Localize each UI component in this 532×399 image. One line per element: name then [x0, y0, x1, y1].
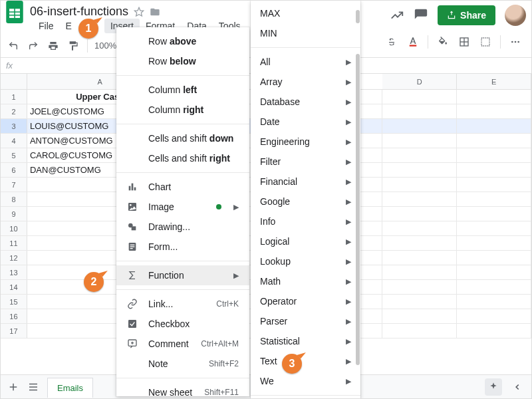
cell[interactable]: [382, 178, 457, 192]
redo-icon[interactable]: [26, 39, 41, 53]
fn-cat-lookup[interactable]: Lookup▶: [251, 251, 360, 271]
fn-cat-engineering[interactable]: Engineering▶: [251, 132, 360, 152]
fn-cat-logical[interactable]: Logical▶: [251, 231, 360, 251]
cell[interactable]: [382, 119, 457, 133]
fn-cat-info[interactable]: Info▶: [251, 211, 360, 231]
insert-chart[interactable]: Chart: [116, 177, 249, 197]
cell[interactable]: [457, 178, 531, 192]
row-header[interactable]: 10: [1, 221, 27, 235]
insert-row-below[interactable]: Row below: [116, 51, 249, 71]
cell[interactable]: [457, 324, 531, 338]
comments-icon[interactable]: [414, 8, 428, 23]
cell[interactable]: [382, 280, 457, 294]
insert-col-right[interactable]: Column right: [116, 100, 249, 120]
borders-icon[interactable]: [458, 35, 471, 49]
row-header[interactable]: 8: [1, 192, 27, 206]
undo-icon[interactable]: [6, 39, 21, 53]
cell[interactable]: [382, 236, 457, 250]
insert-link[interactable]: Link...Ctrl+K: [116, 294, 249, 314]
cell[interactable]: [382, 90, 457, 104]
trend-icon[interactable]: [390, 8, 404, 23]
insert-drawing[interactable]: Drawing...: [116, 217, 249, 237]
cell[interactable]: [382, 192, 457, 206]
cell[interactable]: [457, 148, 531, 162]
cell[interactable]: [382, 324, 457, 338]
cell[interactable]: [457, 251, 531, 265]
row-header[interactable]: 14: [1, 280, 27, 294]
fn-cat-filter[interactable]: Filter▶: [251, 152, 360, 172]
star-icon[interactable]: [134, 7, 144, 17]
row-header[interactable]: 9: [1, 207, 27, 221]
fn-cat-we[interactable]: We▶: [251, 371, 360, 391]
cell[interactable]: [382, 163, 457, 177]
col-header-d[interactable]: D: [382, 74, 457, 89]
cell[interactable]: [457, 192, 531, 206]
merge-icon[interactable]: [479, 35, 492, 49]
fill-color-icon[interactable]: [436, 35, 450, 49]
explore-icon[interactable]: [485, 378, 502, 396]
insert-row-above[interactable]: Row above: [116, 31, 249, 51]
cell[interactable]: [457, 134, 531, 148]
row-header[interactable]: 17: [1, 324, 27, 338]
avatar[interactable]: [505, 5, 526, 26]
row-header[interactable]: 1: [1, 90, 27, 104]
cell[interactable]: [382, 134, 457, 148]
cell[interactable]: [382, 295, 457, 309]
row-header[interactable]: 12: [1, 251, 27, 265]
sheet-tab-emails[interactable]: Emails: [47, 378, 93, 398]
fn-cat-operator[interactable]: Operator▶: [251, 291, 360, 311]
cell[interactable]: [382, 309, 457, 323]
row-header[interactable]: 2: [1, 104, 27, 118]
fn-cat-array[interactable]: Array▶: [251, 72, 360, 92]
col-header-e[interactable]: E: [457, 74, 531, 89]
cell[interactable]: [457, 163, 531, 177]
row-header[interactable]: 3: [1, 119, 27, 133]
cell[interactable]: [382, 221, 457, 235]
insert-cells-down[interactable]: Cells and shift down: [116, 128, 249, 148]
insert-image[interactable]: Image▶: [116, 197, 249, 217]
fn-cat-database[interactable]: Database▶: [251, 92, 360, 112]
row-header[interactable]: 16: [1, 309, 27, 323]
insert-form[interactable]: Form...: [116, 237, 249, 257]
strike-icon[interactable]: [385, 35, 398, 49]
fn-item-min[interactable]: MIN: [251, 23, 360, 43]
cell[interactable]: [457, 119, 531, 133]
cell[interactable]: [382, 148, 457, 162]
fn-cat-financial[interactable]: Financial▶: [251, 172, 360, 192]
more-icon[interactable]: [509, 35, 522, 49]
insert-function[interactable]: Function▶: [116, 265, 249, 285]
cell[interactable]: [457, 236, 531, 250]
print-icon[interactable]: [46, 39, 61, 53]
cell[interactable]: [382, 265, 457, 279]
menu-file[interactable]: File: [33, 19, 60, 33]
paint-format-icon[interactable]: [66, 39, 80, 53]
insert-note[interactable]: NoteShift+F2: [116, 354, 249, 374]
insert-cells-right[interactable]: Cells and shift right: [116, 148, 249, 168]
insert-new-sheet[interactable]: New sheetShift+F11: [116, 382, 249, 396]
insert-checkbox[interactable]: Checkbox: [116, 314, 249, 334]
side-panel-chevron-icon[interactable]: [513, 382, 522, 392]
cell[interactable]: [457, 265, 531, 279]
cell[interactable]: [382, 251, 457, 265]
row-header[interactable]: 6: [1, 163, 27, 177]
cell[interactable]: [457, 309, 531, 323]
cell[interactable]: [382, 104, 457, 118]
text-color-icon[interactable]: [406, 35, 420, 49]
insert-comment[interactable]: CommentCtrl+Alt+M: [116, 334, 249, 354]
row-header[interactable]: 11: [1, 236, 27, 250]
fn-cat-google[interactable]: Google▶: [251, 192, 360, 211]
cell[interactable]: [457, 295, 531, 309]
cell[interactable]: [457, 207, 531, 221]
row-header[interactable]: 15: [1, 295, 27, 309]
select-all-corner[interactable]: [1, 74, 27, 89]
fn-cat-parser[interactable]: Parser▶: [251, 311, 360, 331]
cell[interactable]: [457, 280, 531, 294]
folder-icon[interactable]: [150, 7, 160, 17]
sheets-logo-icon[interactable]: [6, 1, 23, 23]
fn-cat-all[interactable]: All▶: [251, 52, 360, 72]
row-header[interactable]: 5: [1, 148, 27, 162]
menu-edit[interactable]: E: [60, 19, 78, 33]
zoom-value[interactable]: 100%: [94, 41, 116, 51]
doc-title[interactable]: 06-insert-functions: [30, 5, 128, 19]
submenu-scrollbar[interactable]: [356, 3, 360, 396]
